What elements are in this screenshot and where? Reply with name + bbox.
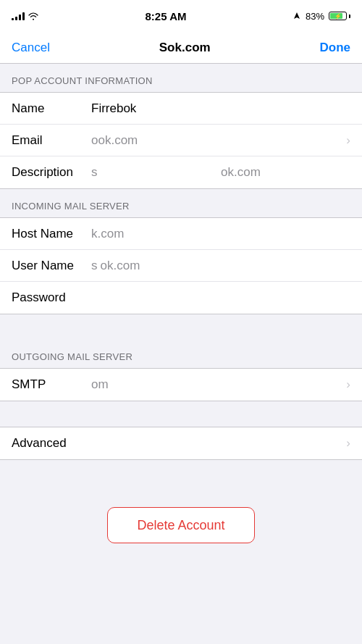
username-label: User Name — [12, 259, 91, 273]
table-row[interactable]: Name Firrebok — [0, 93, 362, 125]
status-bar: 8:25 AM 83% ⚡ — [0, 0, 362, 32]
username-prefix: s — [91, 259, 98, 273]
table-row[interactable]: Password — [0, 282, 362, 314]
email-value: ook.com — [91, 133, 340, 148]
password-label: Password — [12, 290, 91, 305]
advanced-group: Advanced › — [0, 427, 362, 460]
email-label: Email — [12, 133, 91, 148]
smtp-label: SMTP — [12, 377, 91, 392]
pop-account-header: POP ACCOUNT INFORMATION — [0, 64, 362, 92]
username-value: ok.com — [101, 259, 351, 273]
nav-title: Sok.com — [59, 41, 311, 55]
status-time: 8:25 AM — [146, 10, 187, 22]
advanced-label: Advanced — [12, 436, 340, 451]
spacer3 — [0, 460, 362, 493]
delete-account-button[interactable]: Delete Account — [107, 507, 255, 543]
hostname-value: k.com — [91, 227, 350, 241]
cancel-button[interactable]: Cancel — [12, 41, 50, 55]
description-value: s — [91, 165, 221, 180]
outgoing-mail-group: SMTP om › — [0, 368, 362, 401]
battery-icon: ⚡ — [329, 12, 350, 20]
outgoing-mail-header: OUTGOING MAIL SERVER — [0, 340, 362, 368]
smtp-value: om — [91, 377, 340, 392]
nav-bar: Cancel Sok.com Done — [0, 32, 362, 64]
chevron-icon: › — [346, 133, 350, 148]
name-value: Firrebok — [91, 101, 350, 116]
chevron-icon: › — [346, 377, 350, 392]
spacer1 — [0, 314, 362, 340]
status-right: 83% ⚡ — [292, 11, 350, 22]
pop-account-group: Name Firrebok Email ook.com › Descriptio… — [0, 92, 362, 189]
done-button[interactable]: Done — [320, 41, 351, 55]
status-left — [12, 12, 39, 20]
table-row[interactable]: Advanced › — [0, 427, 362, 459]
wifi-icon — [28, 12, 39, 20]
table-row[interactable]: User Name s ok.com — [0, 250, 362, 282]
table-row[interactable]: Email ook.com › — [0, 125, 362, 156]
name-label: Name — [12, 101, 91, 116]
spacer2 — [0, 401, 362, 427]
table-row[interactable]: Host Name k.com — [0, 218, 362, 250]
battery-percent: 83% — [306, 11, 324, 22]
location-icon — [292, 12, 301, 20]
table-row[interactable]: Description s ok.com — [0, 156, 362, 188]
delete-account-label: Delete Account — [137, 518, 224, 533]
chevron-icon: › — [346, 436, 350, 451]
description-value2: ok.com — [221, 165, 350, 180]
description-label: Description — [12, 165, 91, 180]
incoming-mail-header: INCOMING MAIL SERVER — [0, 189, 362, 217]
signal-icon — [12, 12, 25, 20]
table-row[interactable]: SMTP om › — [0, 369, 362, 401]
incoming-mail-group: Host Name k.com User Name s ok.com Passw… — [0, 217, 362, 314]
delete-area: Delete Account — [0, 493, 362, 558]
hostname-label: Host Name — [12, 227, 91, 241]
